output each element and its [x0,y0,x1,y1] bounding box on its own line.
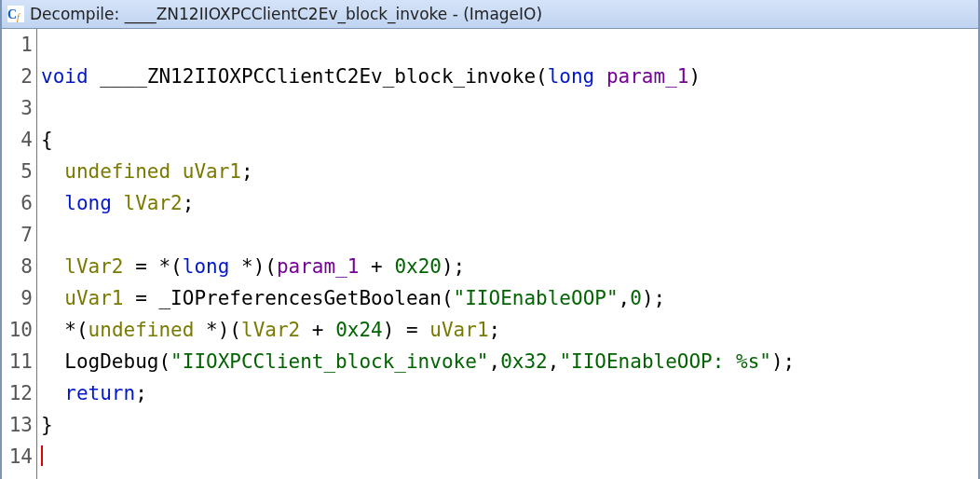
string-literal: "IIOEnableOOP: %s" [559,350,771,373]
code-line[interactable] [41,29,978,61]
line-number: 13 [2,409,33,441]
var-uVar1[interactable]: uVar1 [183,160,241,183]
title-prefix: Decompile: [30,5,125,23]
type-long: long [64,192,112,214]
code-line[interactable]: void ____ZN12IIOXPCClientC2Ev_block_invo… [41,61,978,92]
call-LogDebug[interactable]: LogDebug [64,350,158,373]
line-number: 4 [2,124,33,156]
line-number: 9 [2,282,33,314]
line-gutter[interactable]: 1 2 3 4 5 6 7 8 9 10 11 12 13 14 [2,29,37,479]
line-number: 12 [2,377,33,409]
param-1[interactable]: param_1 [277,255,360,278]
var-lVar2[interactable]: lVar2 [241,319,300,341]
code-line[interactable]: { [41,124,978,156]
line-number: 5 [2,156,33,187]
brace-open: { [41,129,53,151]
code-line[interactable]: lVar2 = *(long *)(param_1 + 0x20); [41,251,978,282]
code-line[interactable]: long lVar2; [41,187,978,219]
cursor [41,445,43,466]
code-line[interactable] [41,219,978,251]
title-bar[interactable]: C f Decompile: ____ZN12IIOXPCClientC2Ev_… [2,0,978,29]
literal-0x32: 0x32 [500,350,548,373]
var-lVar2[interactable]: lVar2 [124,192,183,214]
title-function-name: ____ZN12IIOXPCClientC2Ev_block_invoke [125,5,448,23]
code-line[interactable]: LogDebug("IIOXPCClient_block_invoke",0x3… [41,346,978,377]
code-line[interactable]: undefined uVar1; [41,156,978,187]
var-lVar2[interactable]: lVar2 [64,255,123,278]
svg-text:C: C [7,7,17,21]
type-undefined: undefined [64,160,170,183]
var-uVar1[interactable]: uVar1 [429,319,488,341]
type-long: long [183,255,230,278]
type-undefined: undefined [88,319,195,341]
line-number: 8 [2,251,33,282]
var-uVar1[interactable]: uVar1 [64,287,123,309]
editor-area: 1 2 3 4 5 6 7 8 9 10 11 12 13 14 void __… [2,29,978,479]
title-text: Decompile: ____ZN12IIOXPCClientC2Ev_bloc… [30,5,542,23]
line-number: 6 [2,187,33,219]
type-long: long [548,65,595,88]
code-line[interactable]: } [41,409,978,441]
line-number: 2 [2,61,33,92]
param-1[interactable]: param_1 [606,65,689,88]
literal-0: 0 [630,287,642,309]
line-number: 7 [2,219,33,251]
line-number: 10 [2,314,33,346]
line-number: 1 [2,29,33,61]
keyword-void: void [41,65,88,88]
string-literal: "IIOXPCClient_block_invoke" [170,350,488,373]
string-literal: "IIOEnableOOP" [454,287,619,309]
code-line[interactable] [41,92,978,124]
call-IOPreferencesGetBoolean[interactable]: _IOPreferencesGetBoolean [158,287,441,309]
line-number: 14 [2,441,33,472]
title-suffix: - (ImageIO) [447,5,542,23]
decompiler-window: C f Decompile: ____ZN12IIOXPCClientC2Ev_… [0,0,980,479]
decompile-icon: C f [7,6,24,22]
function-name[interactable]: ____ZN12IIOXPCClientC2Ev_block_invoke [100,65,536,88]
keyword-return: return [64,382,135,404]
literal-0x24: 0x24 [335,319,383,341]
code-line[interactable]: return; [41,377,978,409]
code-line[interactable] [41,441,978,472]
literal-0x20: 0x20 [394,255,442,278]
line-number: 3 [2,92,33,124]
code-area[interactable]: void ____ZN12IIOXPCClientC2Ev_block_invo… [37,29,978,479]
brace-close: } [41,414,53,436]
code-line[interactable]: *(undefined *)(lVar2 + 0x24) = uVar1; [41,314,978,346]
code-line[interactable]: uVar1 = _IOPreferencesGetBoolean("IIOEna… [41,282,978,314]
line-number: 11 [2,346,33,377]
